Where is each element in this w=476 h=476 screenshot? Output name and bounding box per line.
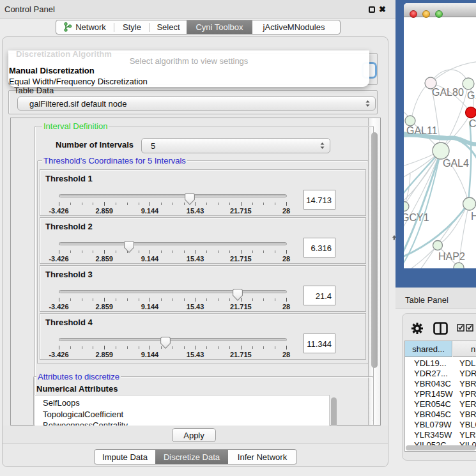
svg-text:HAP2: HAP2 bbox=[438, 251, 465, 262]
svg-text:GAL11: GAL11 bbox=[406, 125, 438, 136]
svg-text:H: H bbox=[471, 211, 476, 222]
svg-text:GAL80: GAL80 bbox=[432, 87, 464, 98]
svg-text:GCY1: GCY1 bbox=[404, 212, 429, 223]
svg-text:C: C bbox=[469, 118, 476, 129]
svg-text:GAL4: GAL4 bbox=[443, 158, 469, 169]
svg-text:G.: G. bbox=[467, 90, 476, 101]
